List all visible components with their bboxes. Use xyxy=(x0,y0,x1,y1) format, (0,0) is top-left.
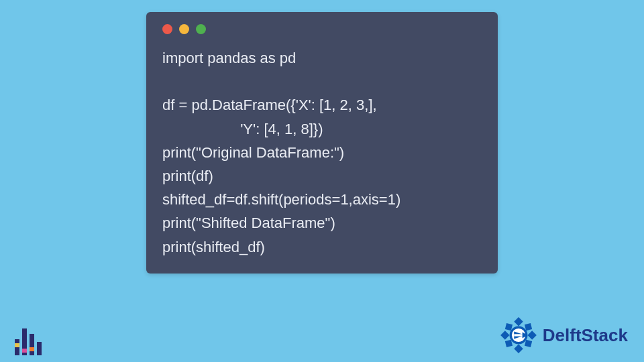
svg-marker-3 xyxy=(527,330,536,339)
code-line: 'Y': [4, 1, 8]}) xyxy=(162,121,323,137)
svg-marker-5 xyxy=(525,323,532,330)
code-window: import pandas as pd df = pd.DataFrame({'… xyxy=(146,12,498,274)
svg-marker-6 xyxy=(505,340,513,347)
svg-marker-4 xyxy=(505,323,513,330)
code-line: shifted_df=df.shift(periods=1,axis=1) xyxy=(162,191,400,208)
svg-marker-1 xyxy=(514,344,523,353)
window-titlebar xyxy=(162,24,482,34)
code-line: import pandas as pd xyxy=(162,50,296,66)
maximize-icon xyxy=(196,24,206,34)
minimize-icon xyxy=(179,24,189,34)
code-line: print(df) xyxy=(162,168,213,184)
code-line: print("Original DataFrame:") xyxy=(162,144,344,161)
code-block: import pandas as pd df = pd.DataFrame({'… xyxy=(162,46,482,259)
brand: DelftStack xyxy=(500,316,628,354)
svg-marker-2 xyxy=(500,330,509,339)
brand-badge-icon xyxy=(500,316,537,354)
svg-marker-0 xyxy=(514,317,523,326)
code-line: df = pd.DataFrame({'X': [1, 2, 3,], xyxy=(162,97,377,113)
svg-marker-7 xyxy=(525,340,532,347)
brand-name: DelftStack xyxy=(543,325,628,346)
code-line: print(shifted_df) xyxy=(162,239,265,255)
code-line: print("Shifted DataFrame") xyxy=(162,215,335,231)
close-icon xyxy=(162,24,172,34)
small-logo-icon xyxy=(15,327,43,355)
